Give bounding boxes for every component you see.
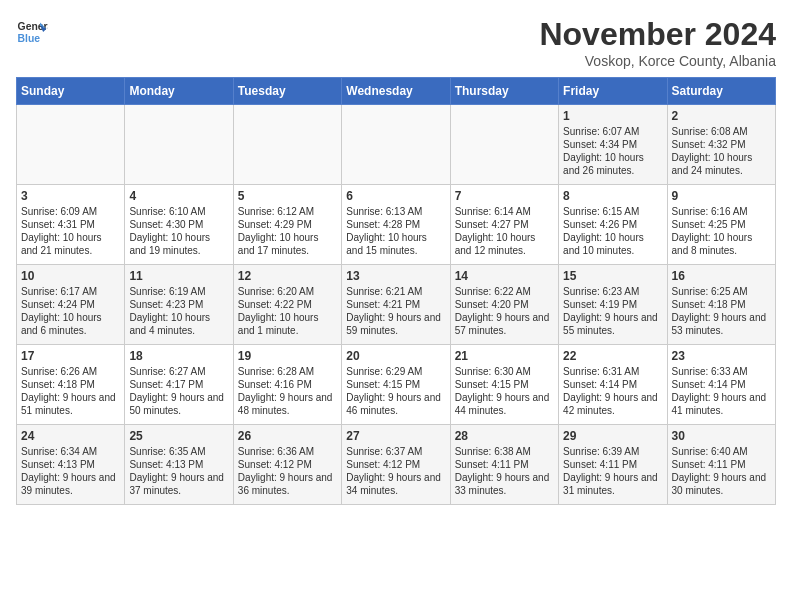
day-info: Sunset: 4:26 PM [563,218,662,231]
day-info: Daylight: 9 hours and 46 minutes. [346,391,445,417]
calendar-cell: 18Sunrise: 6:27 AMSunset: 4:17 PMDayligh… [125,345,233,425]
calendar-cell: 23Sunrise: 6:33 AMSunset: 4:14 PMDayligh… [667,345,775,425]
day-info: Sunrise: 6:27 AM [129,365,228,378]
logo: General Blue [16,16,48,48]
day-info: Sunrise: 6:31 AM [563,365,662,378]
calendar-cell: 26Sunrise: 6:36 AMSunset: 4:12 PMDayligh… [233,425,341,505]
day-info: Daylight: 10 hours and 21 minutes. [21,231,120,257]
day-info: Daylight: 10 hours and 24 minutes. [672,151,771,177]
calendar-cell: 8Sunrise: 6:15 AMSunset: 4:26 PMDaylight… [559,185,667,265]
day-info: Daylight: 9 hours and 50 minutes. [129,391,228,417]
day-number: 4 [129,189,228,203]
day-info: Sunset: 4:21 PM [346,298,445,311]
day-number: 3 [21,189,120,203]
day-number: 30 [672,429,771,443]
day-info: Daylight: 10 hours and 19 minutes. [129,231,228,257]
calendar-cell: 3Sunrise: 6:09 AMSunset: 4:31 PMDaylight… [17,185,125,265]
day-header-friday: Friday [559,78,667,105]
day-info: Daylight: 9 hours and 33 minutes. [455,471,554,497]
calendar-cell: 29Sunrise: 6:39 AMSunset: 4:11 PMDayligh… [559,425,667,505]
calendar-cell: 13Sunrise: 6:21 AMSunset: 4:21 PMDayligh… [342,265,450,345]
calendar-cell: 2Sunrise: 6:08 AMSunset: 4:32 PMDaylight… [667,105,775,185]
day-info: Daylight: 10 hours and 15 minutes. [346,231,445,257]
day-number: 27 [346,429,445,443]
day-number: 18 [129,349,228,363]
day-number: 12 [238,269,337,283]
day-info: Sunrise: 6:12 AM [238,205,337,218]
calendar-cell: 16Sunrise: 6:25 AMSunset: 4:18 PMDayligh… [667,265,775,345]
day-number: 6 [346,189,445,203]
day-number: 29 [563,429,662,443]
day-info: Sunset: 4:20 PM [455,298,554,311]
day-info: Sunrise: 6:35 AM [129,445,228,458]
calendar-cell: 28Sunrise: 6:38 AMSunset: 4:11 PMDayligh… [450,425,558,505]
day-info: Sunset: 4:11 PM [455,458,554,471]
calendar-cell: 10Sunrise: 6:17 AMSunset: 4:24 PMDayligh… [17,265,125,345]
day-info: Sunset: 4:25 PM [672,218,771,231]
calendar-cell: 12Sunrise: 6:20 AMSunset: 4:22 PMDayligh… [233,265,341,345]
header: General Blue November 2024 Voskop, Korce… [16,16,776,69]
day-info: Sunset: 4:27 PM [455,218,554,231]
calendar-header-row: SundayMondayTuesdayWednesdayThursdayFrid… [17,78,776,105]
day-number: 7 [455,189,554,203]
day-info: Daylight: 9 hours and 44 minutes. [455,391,554,417]
day-info: Daylight: 10 hours and 10 minutes. [563,231,662,257]
calendar-cell: 5Sunrise: 6:12 AMSunset: 4:29 PMDaylight… [233,185,341,265]
day-info: Sunrise: 6:10 AM [129,205,228,218]
day-number: 22 [563,349,662,363]
calendar-table: SundayMondayTuesdayWednesdayThursdayFrid… [16,77,776,505]
day-info: Daylight: 10 hours and 17 minutes. [238,231,337,257]
day-info: Daylight: 9 hours and 41 minutes. [672,391,771,417]
day-info: Daylight: 9 hours and 31 minutes. [563,471,662,497]
day-info: Sunrise: 6:08 AM [672,125,771,138]
day-number: 11 [129,269,228,283]
day-header-tuesday: Tuesday [233,78,341,105]
calendar-cell: 7Sunrise: 6:14 AMSunset: 4:27 PMDaylight… [450,185,558,265]
calendar-cell [450,105,558,185]
day-info: Sunset: 4:14 PM [672,378,771,391]
day-number: 21 [455,349,554,363]
day-info: Sunset: 4:24 PM [21,298,120,311]
day-info: Sunrise: 6:40 AM [672,445,771,458]
day-info: Sunrise: 6:22 AM [455,285,554,298]
day-info: Sunrise: 6:17 AM [21,285,120,298]
day-info: Daylight: 9 hours and 48 minutes. [238,391,337,417]
month-title: November 2024 [539,16,776,53]
day-info: Daylight: 10 hours and 8 minutes. [672,231,771,257]
day-info: Sunrise: 6:25 AM [672,285,771,298]
calendar-cell: 6Sunrise: 6:13 AMSunset: 4:28 PMDaylight… [342,185,450,265]
day-info: Sunset: 4:13 PM [129,458,228,471]
day-info: Sunrise: 6:34 AM [21,445,120,458]
day-info: Daylight: 9 hours and 59 minutes. [346,311,445,337]
day-info: Sunrise: 6:28 AM [238,365,337,378]
day-info: Sunset: 4:17 PM [129,378,228,391]
day-header-saturday: Saturday [667,78,775,105]
day-info: Sunrise: 6:30 AM [455,365,554,378]
day-info: Sunset: 4:13 PM [21,458,120,471]
calendar-cell [233,105,341,185]
day-info: Sunrise: 6:15 AM [563,205,662,218]
day-info: Sunrise: 6:33 AM [672,365,771,378]
day-info: Daylight: 9 hours and 53 minutes. [672,311,771,337]
day-info: Sunset: 4:11 PM [672,458,771,471]
day-info: Daylight: 9 hours and 55 minutes. [563,311,662,337]
day-info: Sunrise: 6:21 AM [346,285,445,298]
day-info: Sunset: 4:34 PM [563,138,662,151]
day-number: 2 [672,109,771,123]
day-info: Sunrise: 6:37 AM [346,445,445,458]
calendar-cell: 24Sunrise: 6:34 AMSunset: 4:13 PMDayligh… [17,425,125,505]
day-number: 8 [563,189,662,203]
day-info: Sunrise: 6:20 AM [238,285,337,298]
day-info: Sunrise: 6:38 AM [455,445,554,458]
day-header-wednesday: Wednesday [342,78,450,105]
day-info: Daylight: 9 hours and 42 minutes. [563,391,662,417]
day-info: Sunrise: 6:07 AM [563,125,662,138]
day-number: 14 [455,269,554,283]
day-info: Sunset: 4:29 PM [238,218,337,231]
day-number: 15 [563,269,662,283]
logo-icon: General Blue [16,16,48,48]
day-number: 28 [455,429,554,443]
calendar-cell: 14Sunrise: 6:22 AMSunset: 4:20 PMDayligh… [450,265,558,345]
calendar-cell: 17Sunrise: 6:26 AMSunset: 4:18 PMDayligh… [17,345,125,425]
day-number: 19 [238,349,337,363]
